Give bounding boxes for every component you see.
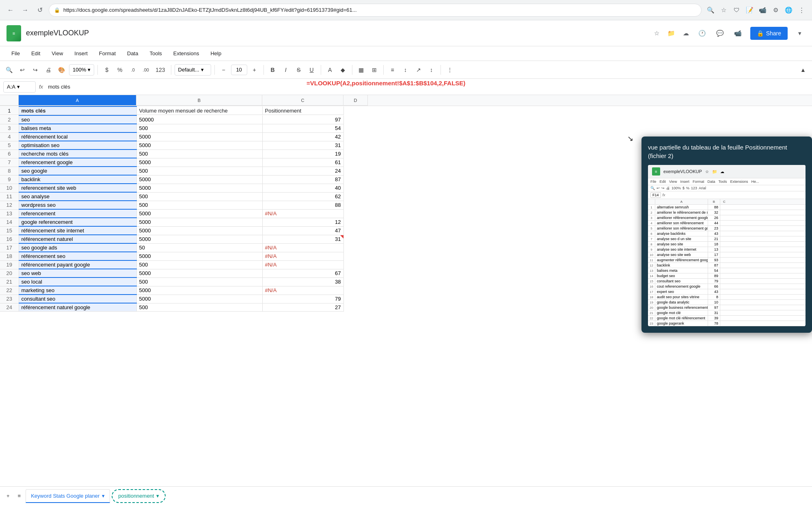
merge-btn[interactable]: ⊞ <box>369 64 380 76</box>
decimal-dec-btn[interactable]: .0 <box>127 64 138 76</box>
row-num-21[interactable]: 21 <box>0 277 19 286</box>
cell-a21[interactable]: seo local <box>19 277 136 286</box>
menu-format[interactable]: Format <box>94 49 121 58</box>
extension-btn4[interactable]: ⚙ <box>770 4 781 16</box>
strikethrough-btn[interactable]: S <box>293 64 304 76</box>
decimal-inc-btn[interactable]: .00 <box>140 64 151 76</box>
cell-b10[interactable]: 5000 <box>136 184 262 192</box>
share-button[interactable]: 🔒 Share <box>750 27 788 40</box>
fill-color-btn[interactable]: ◆ <box>337 64 349 76</box>
cell-c12[interactable]: 88 <box>262 201 343 209</box>
cell-a9[interactable]: backlink <box>19 175 136 184</box>
cell-c22[interactable]: #N/A <box>262 286 343 295</box>
align-btn[interactable]: ≡ <box>387 64 398 76</box>
row-num-17[interactable]: 17 <box>0 243 19 252</box>
menu-help[interactable]: Help <box>205 49 226 58</box>
cell-b5[interactable]: 5000 <box>136 141 262 150</box>
menu-file[interactable]: File <box>6 49 25 58</box>
cell-b16[interactable]: 5000 <box>136 235 262 243</box>
collapse-btn[interactable]: ▲ <box>797 64 809 76</box>
cell-b7[interactable]: 5000 <box>136 158 262 167</box>
cell-a18[interactable]: référencement seo <box>19 252 136 260</box>
cell-b22[interactable]: 5000 <box>136 286 262 295</box>
row-num-1[interactable]: 1 <box>0 106 19 115</box>
browser-menu-btn[interactable]: ⋮ <box>796 4 807 16</box>
cloud-icon-btn[interactable]: ☁ <box>680 28 692 39</box>
col-header-c[interactable]: C <box>262 95 343 106</box>
row-num-10[interactable]: 10 <box>0 184 19 192</box>
borders-btn[interactable]: ▦ <box>356 64 367 76</box>
row-num-14[interactable]: 14 <box>0 218 19 226</box>
cell-c24[interactable]: 27 <box>262 303 343 312</box>
row-num-9[interactable]: 9 <box>0 175 19 184</box>
sheet-tab-keyword[interactable]: Keyword Stats Google planer ▾ <box>26 489 110 503</box>
row-num-23[interactable]: 23 <box>0 295 19 303</box>
cell-c11[interactable]: 62 <box>262 192 343 201</box>
number-format-btn[interactable]: 123 <box>153 64 167 76</box>
row-num-8[interactable]: 8 <box>0 167 19 175</box>
cell-a23[interactable]: consultant seo <box>19 295 136 303</box>
row-num-11[interactable]: 11 <box>0 192 19 201</box>
cell-a14[interactable]: google referencement <box>19 218 136 226</box>
star-icon-btn[interactable]: ☆ <box>651 28 663 39</box>
menu-extensions[interactable]: Extensions <box>168 49 204 58</box>
menu-tools[interactable]: Tools <box>145 49 166 58</box>
bold-btn[interactable]: B <box>267 64 279 76</box>
underline-btn[interactable]: U <box>306 64 317 76</box>
cell-c17[interactable]: #N/A <box>262 243 343 252</box>
col-header-a[interactable]: A <box>19 95 136 106</box>
extension-btn2[interactable]: 📝 <box>744 4 755 16</box>
cell-a17[interactable]: seo google ads <box>19 243 136 252</box>
cell-a13[interactable]: referencement <box>19 209 136 218</box>
row-num-18[interactable]: 18 <box>0 252 19 260</box>
percent-btn[interactable]: % <box>114 64 125 76</box>
extension-btn3[interactable]: 📹 <box>757 4 768 16</box>
row-num-22[interactable]: 22 <box>0 286 19 295</box>
font-size-box[interactable]: 10 <box>231 65 247 75</box>
cell-c15[interactable]: 47 <box>262 226 343 235</box>
menu-edit[interactable]: Edit <box>26 49 45 58</box>
forward-button[interactable]: → <box>19 4 31 16</box>
cell-a24[interactable]: référencement naturel google <box>19 303 136 312</box>
cell-c9[interactable]: 87 <box>262 175 343 184</box>
cell-c1[interactable]: Positionnement <box>262 106 343 115</box>
folder-icon-btn[interactable]: 📁 <box>666 28 677 39</box>
cell-b6[interactable]: 500 <box>136 150 262 158</box>
sheet-tab-positionnement[interactable]: positionnement ▾ <box>112 489 166 503</box>
search-toolbar-btn[interactable]: 🔍 <box>3 64 15 76</box>
row-num-19[interactable]: 19 <box>0 260 19 269</box>
text-rotate-btn[interactable]: ↕ <box>426 64 437 76</box>
zoom-dropdown[interactable]: 100% ▾ <box>69 64 94 76</box>
cell-b20[interactable]: 5000 <box>136 269 262 277</box>
cell-b23[interactable]: 5000 <box>136 295 262 303</box>
menu-view[interactable]: View <box>47 49 68 58</box>
cell-a20[interactable]: seo web <box>19 269 136 277</box>
cell-c8[interactable]: 24 <box>262 167 343 175</box>
search-icon-btn[interactable]: 🔍 <box>705 4 716 16</box>
cell-c18[interactable]: #N/A <box>262 252 343 260</box>
row-num-2[interactable]: 2 <box>0 115 19 124</box>
bookmark-btn[interactable]: ☆ <box>718 4 729 16</box>
cell-c6[interactable]: 19 <box>262 150 343 158</box>
cell-b15[interactable]: 5000 <box>136 226 262 235</box>
cell-a22[interactable]: marketing seo <box>19 286 136 295</box>
cell-a15[interactable]: référencement site internet <box>19 226 136 235</box>
text-color-btn[interactable]: A <box>324 64 336 76</box>
cell-a2[interactable]: seo <box>19 115 136 124</box>
cell-b2[interactable]: 50000 <box>136 115 262 124</box>
row-num-12[interactable]: 12 <box>0 201 19 209</box>
cell-b14[interactable]: 5000 <box>136 218 262 226</box>
cell-a7[interactable]: referencement google <box>19 158 136 167</box>
cell-b4[interactable]: 5000 <box>136 132 262 141</box>
cell-b13[interactable]: 5000 <box>136 209 262 218</box>
cell-b19[interactable]: 500 <box>136 260 262 269</box>
row-num-3[interactable]: 3 <box>0 124 19 132</box>
cell-b3[interactable]: 500 <box>136 124 262 132</box>
cell-b1[interactable]: Volume moyen mensuel de recherche <box>136 106 262 115</box>
font-size-dec-btn[interactable]: − <box>218 64 229 76</box>
dollar-btn[interactable]: $ <box>101 64 112 76</box>
cell-b17[interactable]: 50 <box>136 243 262 252</box>
address-bar[interactable]: 🔒 https://docs.google.com/spreadsheets/d… <box>49 4 702 17</box>
redo-btn[interactable]: ↪ <box>30 64 41 76</box>
back-button[interactable]: ← <box>5 4 16 16</box>
